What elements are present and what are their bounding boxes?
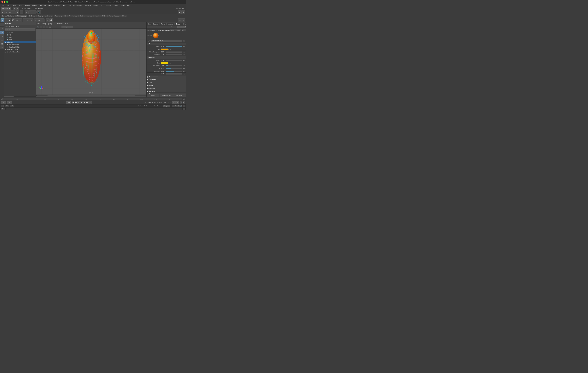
shelf-poly-modeling[interactable]: Poly Modeling	[15, 15, 27, 17]
outliner-item-side[interactable]: 📷 side	[4, 38, 36, 41]
ipr-button[interactable]: ⚙	[182, 10, 185, 14]
select-tool-button[interactable]: ◈	[0, 10, 4, 14]
shelf-arnold[interactable]: Arnold	[86, 15, 93, 17]
load-attributes-button[interactable]: Load Attributes	[160, 94, 173, 97]
rotate-tool-button[interactable]: ↻	[16, 10, 19, 14]
vertex-mode-button[interactable]: ●	[0, 18, 4, 22]
connection-icon[interactable]: ⊠	[170, 49, 171, 50]
connection-icon[interactable]: ⊠	[184, 71, 185, 72]
minimize-button[interactable]	[4, 1, 5, 3]
play-forward-button[interactable]: ▶	[83, 101, 86, 104]
keyframe-icon[interactable]: ◆	[183, 68, 184, 69]
base-section-header[interactable]: ▼ Base	[147, 43, 186, 45]
snap-point-button[interactable]: ·	[32, 10, 36, 14]
shelf-sculpting[interactable]: Sculpting	[28, 15, 36, 17]
node-tab-createcolorset1[interactable]: createColorSet1	[158, 26, 169, 28]
display-mode-button[interactable]: ▦	[0, 42, 4, 45]
menu-cache[interactable]: Cache	[113, 4, 119, 6]
base-color-swatch[interactable]	[161, 48, 168, 50]
shelf-rendering[interactable]: Rendering	[54, 15, 63, 17]
coat-section-header[interactable]: ▶ Coat	[147, 81, 186, 84]
menu-edit[interactable]: Edit	[6, 4, 10, 6]
outliner-display-menu[interactable]: Display	[5, 26, 10, 27]
geometry-section-header[interactable]: ▶ Geometry	[147, 93, 186, 94]
isolate-select-button[interactable]: ◈	[0, 46, 4, 49]
menu-generate[interactable]: Generate	[104, 4, 112, 6]
redo-button[interactable]: ↪	[16, 7, 19, 10]
move-pivot-button[interactable]: ⊙	[0, 34, 4, 38]
menu-uv[interactable]: UV	[99, 4, 104, 6]
base-weight-slider[interactable]	[166, 46, 182, 47]
keyframe-icon[interactable]: ◆	[183, 71, 184, 72]
component-mode-button[interactable]: ⊡	[0, 31, 4, 34]
attr-tab-show[interactable]: Show	[182, 23, 186, 25]
keyframe-icon[interactable]: ◆	[183, 60, 184, 61]
select-mode-button[interactable]: ↖	[0, 23, 4, 26]
outliner-item-defaultlightset[interactable]: ▶ ⊕ defaultLightSet	[4, 48, 36, 51]
menu-mesh[interactable]: Mesh	[47, 4, 53, 6]
shelf-curves-surfaces[interactable]: Curves / Surfaces	[1, 15, 15, 17]
menu-select[interactable]: Select	[18, 4, 24, 6]
timeline-bar[interactable]: 1 10 20 30 40 50 60 70 80 90 100 110 120	[2, 98, 182, 100]
go-to-start-button[interactable]: |◀	[72, 101, 74, 104]
outliner-show-menu[interactable]: Show	[10, 26, 15, 27]
face-mode-button[interactable]: ■	[8, 18, 11, 22]
menu-display[interactable]: Display	[31, 4, 38, 6]
fps-select[interactable]: 24 fps	[172, 101, 179, 104]
render-button[interactable]: ▶	[178, 10, 182, 14]
merge-button[interactable]: ⊕	[30, 18, 33, 22]
node-tab-polyshapei[interactable]: polyShapeI	[169, 26, 177, 28]
mirror-button[interactable]: ⊣	[41, 18, 44, 22]
viewport-shading-menu[interactable]: Shading	[41, 23, 46, 24]
vp-camera-button[interactable]: 📷	[37, 26, 39, 28]
connection-icon[interactable]: ⊠	[170, 62, 171, 64]
transmission-section-header[interactable]: ▶ Transmission	[147, 76, 186, 78]
emission-section-header[interactable]: ▶ Emission	[147, 87, 186, 90]
attr-show-button[interactable]: Show	[182, 29, 186, 31]
edge-mode-button[interactable]: —	[4, 18, 8, 22]
status-icon-3[interactable]: ⊠	[177, 105, 180, 107]
mel-settings-button[interactable]: ⚙	[183, 108, 185, 110]
viewport-hscrollbar[interactable]	[36, 95, 147, 97]
specular-color-swatch[interactable]	[161, 62, 168, 64]
shelf-custom[interactable]: Custom	[78, 15, 86, 17]
menu-mesh-display[interactable]: Mesh Display	[72, 4, 84, 6]
shelf-fx[interactable]: FX	[63, 15, 68, 17]
attr-tab-attributes[interactable]: Attributes	[167, 23, 175, 25]
menu-modify[interactable]: Modify	[24, 4, 31, 6]
menu-mesh-tools[interactable]: Mesh Tools	[62, 4, 72, 6]
shelf-animation[interactable]: Animation	[44, 15, 53, 17]
keyframe-icon[interactable]: ◆	[183, 65, 184, 66]
menu-help[interactable]: Help	[126, 4, 131, 6]
thin-film-section-header[interactable]: ▶ Thin Film	[147, 90, 186, 92]
snap-grid-button[interactable]: ⊞	[25, 10, 28, 14]
attr-tab-selected[interactable]: Selected	[152, 23, 160, 25]
uv-mode-button[interactable]: UV	[11, 18, 15, 22]
roughness-slider[interactable]	[166, 65, 182, 66]
shelf-rigging[interactable]: Rigging	[36, 15, 44, 17]
menu-edit-mesh[interactable]: Edit Mesh	[53, 4, 62, 6]
menu-surfaces[interactable]: Surfaces	[84, 4, 92, 6]
connect-button[interactable]: ⊗	[34, 18, 37, 22]
vp-smooth-button[interactable]: ●	[46, 26, 48, 28]
keyframe-icon[interactable]: ◆	[183, 54, 184, 55]
attr-tab-display[interactable]: Display	[175, 23, 182, 25]
shelf-fx-caching[interactable]: FX Caching	[68, 15, 78, 17]
node-tab-standardsurface3[interactable]: standardSurface3	[178, 26, 186, 28]
step-forward-button[interactable]: ▶▶	[86, 101, 89, 104]
outliner-item-top[interactable]: 📷 top	[4, 33, 36, 36]
status-icon-1[interactable]: ◈	[172, 105, 174, 107]
rotation-slider[interactable]	[166, 73, 182, 75]
outliner-help-menu[interactable]: Help	[15, 26, 19, 27]
grid-display-button[interactable]: ⊞	[182, 18, 185, 22]
viewport-view-menu[interactable]: View	[37, 23, 40, 24]
go-to-end-button[interactable]: ▶|	[89, 101, 92, 104]
attr-tab-focus[interactable]: Focus	[160, 23, 166, 25]
connection-icon[interactable]: ⊠	[184, 46, 185, 47]
snap-live-button[interactable]: ◎	[0, 38, 4, 42]
attr-presets-button[interactable]: Presets*	[175, 29, 181, 31]
render-settings-button[interactable]: ⚙	[178, 18, 182, 22]
audio-button[interactable]: 🔊	[180, 101, 182, 104]
outliner-item-defaultobjectset[interactable]: ▶ ⊕ defaultObjectSet	[4, 51, 36, 53]
vp-wireframe-button[interactable]: ⊞	[42, 26, 45, 28]
